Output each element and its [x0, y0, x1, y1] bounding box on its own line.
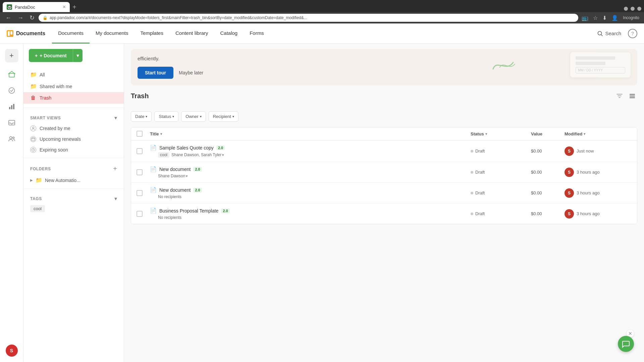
new-document-button[interactable]: + + Document: [29, 49, 73, 62]
back-button[interactable]: ←: [3, 14, 13, 22]
sidebar-item-shared[interactable]: 📁 Shared with me: [23, 80, 124, 92]
window-close[interactable]: [637, 7, 641, 11]
doc-name-1[interactable]: New document: [159, 167, 191, 172]
modified-cell-1: S 3 hours ago: [565, 168, 632, 177]
th-status[interactable]: Status ▾: [471, 131, 531, 136]
table-row: 📄 Sample Sales Quote copy 2.0 cool Shane…: [131, 140, 637, 162]
doc-title-row-1: 📄 New document 2.0: [150, 166, 471, 172]
chart-icon[interactable]: [5, 100, 18, 113]
doc-name-0[interactable]: Sample Sales Quote copy: [159, 145, 214, 150]
filter-lines-icon[interactable]: [614, 91, 625, 103]
smart-views-collapse[interactable]: ▾: [114, 115, 117, 121]
tags-collapse[interactable]: ▾: [114, 195, 117, 202]
nav-item-forms[interactable]: Forms: [244, 23, 270, 44]
smart-view-upcoming-renewals[interactable]: Upcoming renewals: [23, 134, 124, 144]
profile-icon[interactable]: 👤: [610, 14, 620, 22]
sidebar-item-trash[interactable]: 🗑 Trash: [23, 92, 124, 104]
nav-item-content-library[interactable]: Content library: [169, 23, 214, 44]
recipients-text-1: Shane Dawson: [158, 174, 185, 178]
refresh-button[interactable]: ↻: [28, 13, 37, 22]
filter-status[interactable]: Status ▾: [154, 111, 178, 122]
lock-icon: 🔒: [43, 15, 48, 20]
nav-item-templates[interactable]: Templates: [135, 23, 169, 44]
filter-date[interactable]: Date ▾: [131, 111, 152, 122]
row-checkbox-0[interactable]: [137, 148, 143, 154]
list-view-icon[interactable]: [627, 91, 637, 103]
window-maximize[interactable]: [631, 7, 635, 11]
sidebar-nav-section: 📁 All 📁 Shared with me 🗑 Trash: [23, 67, 124, 105]
smart-view-created-by-me[interactable]: Created by me: [23, 123, 124, 134]
recipients-more-0[interactable]: ▾: [222, 153, 224, 157]
th-status-sort: ▾: [485, 132, 487, 136]
forward-button[interactable]: →: [15, 14, 25, 22]
doc-file-icon-2: 📄: [150, 187, 157, 193]
doc-title-row-3: 📄 Business Proposal Template 2.0: [150, 207, 471, 214]
signature-decoration: [490, 56, 517, 76]
tag-cool[interactable]: cool: [30, 205, 45, 212]
search-button[interactable]: Search: [593, 31, 625, 37]
new-document-dropdown[interactable]: ▾: [73, 49, 83, 62]
filter-owner[interactable]: Owner ▾: [181, 111, 206, 122]
check-icon[interactable]: [5, 84, 18, 97]
smart-view-expiring-soon[interactable]: Expiring soon: [23, 144, 124, 155]
nav-item-my-documents[interactable]: My documents: [90, 23, 135, 44]
th-modified[interactable]: Modified ▾: [565, 131, 632, 136]
doc-tag-0[interactable]: cool: [158, 152, 169, 158]
doc-recipients-1: Shane Dawson ▾: [158, 174, 188, 178]
form-line-1: [576, 56, 615, 60]
filters-row: Date ▾ Status ▾ Owner ▾ Recipient ▾: [131, 111, 637, 122]
window-minimize[interactable]: [624, 7, 628, 11]
user-avatar[interactable]: S: [6, 345, 18, 357]
row-checkbox-1[interactable]: [137, 169, 143, 175]
chat-button[interactable]: [618, 336, 634, 352]
download-icon[interactable]: ⬇: [601, 14, 608, 22]
th-title-sort: ▾: [160, 132, 162, 136]
modified-text-1: 3 hours ago: [577, 170, 600, 175]
doc-name-3[interactable]: Business Proposal Template: [159, 208, 218, 214]
th-status-label: Status: [471, 131, 484, 136]
select-all-checkbox[interactable]: [137, 131, 150, 137]
row-checkbox-2[interactable]: [137, 190, 143, 196]
maybe-later-button[interactable]: Maybe later: [179, 70, 203, 75]
th-title[interactable]: Title ▾: [150, 131, 471, 136]
recipients-more-1[interactable]: ▾: [186, 174, 188, 178]
tour-banner: efficiently. Start tour Maybe later: [131, 49, 637, 85]
app-logo: Documents: [7, 30, 45, 37]
home-icon[interactable]: [5, 68, 18, 81]
people-icon[interactable]: [5, 132, 18, 145]
inbox-icon[interactable]: [5, 116, 18, 129]
folder-new-automation[interactable]: ▶ 📁 New Automatio...: [23, 175, 124, 186]
modified-text-2: 3 hours ago: [577, 190, 600, 195]
modified-text-3: 3 hours ago: [577, 211, 600, 216]
bookmark-icon[interactable]: ☆: [592, 14, 599, 22]
add-icon[interactable]: +: [5, 49, 18, 62]
modified-text-0: Just now: [577, 148, 594, 154]
active-tab[interactable]: 🐼 PandaDoc ×: [3, 2, 70, 12]
table-toolbar: [614, 91, 637, 103]
start-tour-button[interactable]: Start tour: [138, 67, 173, 79]
left-nav-strip: + S: [0, 44, 23, 362]
new-tab-button[interactable]: +: [70, 2, 79, 12]
nav-item-documents[interactable]: Documents: [52, 23, 90, 44]
help-button[interactable]: ?: [628, 29, 637, 38]
tab-close-button[interactable]: ×: [63, 4, 66, 10]
row-checkbox-3[interactable]: [137, 211, 143, 217]
add-folder-button[interactable]: +: [113, 165, 117, 173]
status-dot-1: [471, 171, 473, 174]
mod-avatar-0: S: [565, 146, 574, 156]
svg-point-4: [9, 88, 14, 94]
doc-file-icon-3: 📄: [150, 207, 157, 214]
th-title-label: Title: [150, 131, 159, 136]
filter-owner-label: Owner: [185, 114, 198, 119]
address-bar[interactable]: 🔒 app.pandadoc.com/a/#/documents-next?di…: [39, 14, 578, 22]
cast-icon[interactable]: 📺: [580, 14, 590, 22]
status-cell-3: Draft: [471, 211, 531, 216]
doc-version-1: 2.0: [193, 167, 202, 172]
sidebar-item-all[interactable]: 📁 All: [23, 69, 124, 80]
filter-recipient[interactable]: Recipient ▾: [209, 111, 238, 122]
nav-item-catalog[interactable]: Catalog: [214, 23, 244, 44]
doc-name-2[interactable]: New document: [159, 187, 191, 193]
tags-list: cool: [30, 205, 117, 212]
header-checkbox[interactable]: [137, 131, 143, 137]
sidebar-item-all-label: All: [40, 72, 45, 77]
